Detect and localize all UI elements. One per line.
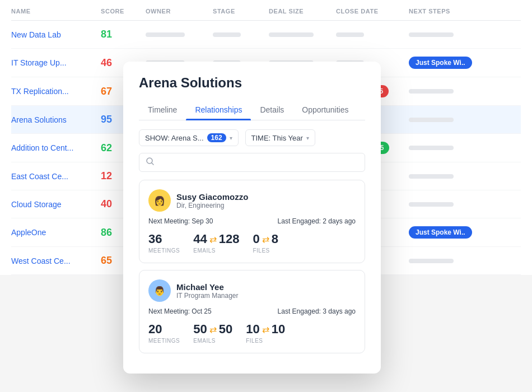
header-owner: OWNER [146,8,213,15]
row-next-steps: Just Spoke Wi.. [409,57,521,69]
row-name[interactable]: New Data Lab [11,30,101,39]
emails-label: EMAILS [193,338,232,344]
contact-card: 👨 Michael Yee IT Program Manager Next Me… [139,270,365,353]
header-name: NAME [11,8,101,15]
contact-header: 👩 Susy Giacomozzo Dir, Engineering [148,189,356,212]
emails-stat: 50 ⇄ 50 EMAILS [193,322,232,344]
files-secondary: 8 [272,232,278,246]
files-main: 10 [246,322,259,337]
arena-solutions-modal: Arena Solutions TimelineRelationshipsDet… [123,62,381,374]
row-next-steps: Just Spoke Wi.. [409,226,521,239]
row-close-date [336,32,409,37]
contact-info: Michael Yee IT Program Manager [176,282,239,300]
row-next-steps [409,202,521,207]
search-input[interactable] [158,158,358,167]
row-name[interactable]: East Coast Ce... [11,172,101,181]
sync-icon: ⇄ [209,324,217,335]
modal-title: Arena Solutions [139,75,365,91]
row-name[interactable]: Cloud Storage [11,200,101,209]
tab-timeline[interactable]: Timeline [139,100,186,120]
emails-stat: 44 ⇄ 128 EMAILS [193,232,239,254]
meetings-label: MEETINGS [148,338,180,344]
meetings-stat: 36 MEETINGS [148,232,180,254]
meetings-label: MEETINGS [148,248,180,254]
row-stage [213,32,269,37]
emails-secondary: 50 [219,322,232,337]
header-stage: STAGE [213,8,269,15]
files-values: 0 ⇄ 8 [253,232,278,246]
row-score: 81 [101,29,146,40]
show-filter-label: SHOW: Arena S... [145,134,204,142]
files-stat: 0 ⇄ 8 FILES [253,232,278,254]
row-next-steps [409,174,521,179]
avatar: 👩 [148,189,171,212]
row-next-steps [409,89,521,94]
header-score: SCORE [101,8,146,15]
modal-body: SHOW: Arena S... 162 ▾ TIME: This Year ▾… [123,120,381,374]
search-icon [146,157,154,167]
contact-meta: Next Meeting: Sep 30 Last Engaged: 2 day… [148,217,356,225]
files-main: 0 [253,232,259,246]
meetings-values: 20 [148,322,180,337]
chevron-down-icon: ▾ [306,135,309,141]
meetings-count: 20 [148,322,162,337]
emails-main: 50 [193,322,207,337]
sync-icon: ⇄ [209,234,217,245]
contact-name: Michael Yee [176,282,239,292]
emails-values: 50 ⇄ 50 [193,322,232,337]
files-stat: 10 ⇄ 10 FILES [246,322,285,344]
row-name[interactable]: TX Replication... [11,87,101,96]
modal-tabs: TimelineRelationshipsDetailsOpportunitie… [139,100,365,120]
files-label: FILES [246,338,285,344]
emails-secondary: 128 [219,232,240,246]
files-values: 10 ⇄ 10 [246,322,285,337]
svg-line-1 [152,163,153,165]
time-filter-dropdown[interactable]: TIME: This Year ▾ [245,129,315,146]
row-next-steps [409,118,521,122]
sync-icon: ⇄ [262,234,269,245]
row-owner [146,32,213,37]
meetings-stat: 20 MEETINGS [148,322,180,344]
table-header: NAME SCORE OWNER STAGE DEAL SIZE CLOSE D… [11,0,521,21]
contact-stats: 20 MEETINGS 50 ⇄ 50 EMAILS 10 ⇄ 10 FILES [148,322,356,344]
last-engaged: Last Engaged: 2 days ago [278,217,356,225]
contact-name: Susy Giacomozzo [176,192,248,202]
row-name[interactable]: AppleOne [11,228,101,237]
sync-icon: ⇄ [262,324,269,335]
tab-relationships[interactable]: Relationships [186,100,251,120]
header-next-steps: NEXT STEPS [409,8,521,15]
time-filter-label: TIME: This Year [251,134,303,142]
files-secondary: 10 [272,322,285,337]
row-name[interactable]: Arena Solutions [11,115,101,124]
contact-meta: Next Meeting: Oct 25 Last Engaged: 3 day… [148,307,356,315]
avatar: 👨 [148,279,171,302]
show-filter-count: 162 [207,133,226,142]
search-box[interactable] [139,153,365,172]
table-row[interactable]: New Data Lab81 [11,21,521,49]
row-deal-size [269,32,336,37]
header-close-date: CLOSE DATE [336,8,409,15]
emails-label: EMAILS [193,248,239,254]
contact-title: IT Program Manager [176,292,239,300]
row-next-steps [409,32,521,37]
tab-opportunities[interactable]: Opportunities [293,100,357,120]
emails-main: 44 [193,232,207,246]
tab-details[interactable]: Details [251,100,293,120]
files-label: FILES [253,248,278,254]
contact-title: Dir, Engineering [176,202,248,209]
contacts-container: 👩 Susy Giacomozzo Dir, Engineering Next … [139,180,365,353]
modal-header: Arena Solutions TimelineRelationshipsDet… [123,62,381,120]
contact-stats: 36 MEETINGS 44 ⇄ 128 EMAILS 0 ⇄ 8 FILES [148,232,356,254]
row-name[interactable]: West Coast Ce... [11,256,101,265]
header-deal-size: DEAL SIZE [269,8,336,15]
row-name[interactable]: Addition to Cent... [11,143,101,152]
row-next-steps [409,259,521,263]
filter-row: SHOW: Arena S... 162 ▾ TIME: This Year ▾ [139,129,365,146]
contact-card: 👩 Susy Giacomozzo Dir, Engineering Next … [139,180,365,263]
show-filter-dropdown[interactable]: SHOW: Arena S... 162 ▾ [139,129,239,146]
meetings-count: 36 [148,232,162,246]
last-engaged: Last Engaged: 3 days ago [278,307,356,315]
row-next-steps [409,146,521,150]
row-name[interactable]: IT Storage Up... [11,58,101,67]
next-meeting: Next Meeting: Oct 25 [148,307,212,315]
